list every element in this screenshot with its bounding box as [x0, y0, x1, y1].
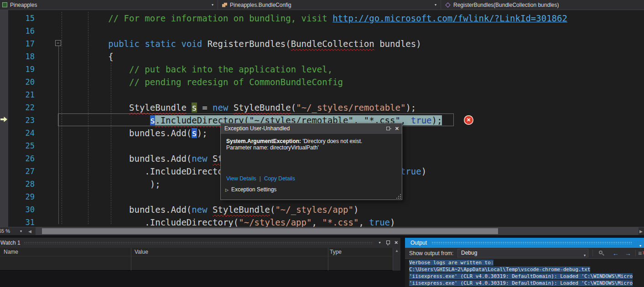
- csharp-project-icon: [2, 2, 7, 7]
- close-icon[interactable]: ✕: [395, 238, 398, 248]
- watch-grid[interactable]: Name Value Type ▲: [0, 248, 400, 271]
- watch-titlebar[interactable]: Watch 1 ▾ ✕: [0, 238, 400, 248]
- exception-message-line1: 'Directory does not exist.: [301, 138, 362, 144]
- line-number[interactable]: 28: [8, 178, 35, 190]
- output-titlebar[interactable]: Output ▾: [405, 238, 644, 248]
- chevron-down-icon: ▾: [435, 3, 436, 7]
- line-number[interactable]: 22: [8, 101, 35, 114]
- output-line[interactable]: 'iisexpress.exe' (CLR v4.0.30319: Defaul…: [409, 280, 644, 287]
- chevron-down-icon: ▾: [212, 3, 213, 7]
- pin-icon[interactable]: [385, 240, 390, 246]
- line-number[interactable]: 25: [8, 139, 35, 152]
- output-source-select[interactable]: Debug ▾: [457, 249, 588, 257]
- watch-column-type[interactable]: Type: [330, 248, 342, 256]
- member-dropdown-label: RegisterBundles(BundleCollection bundles…: [453, 2, 559, 8]
- hscroll-track[interactable]: [36, 227, 639, 236]
- exception-popup-body: System.ArgumentException: 'Directory doe…: [221, 134, 402, 200]
- line-number[interactable]: 19: [8, 63, 35, 76]
- vs-window: Pineapples ▾ Pineapples.BundleConfig ▾ R…: [0, 0, 644, 287]
- exception-settings-toggle[interactable]: ▷Exception Settings: [225, 186, 276, 193]
- output-log[interactable]: Verbose logs are written to:C:\Users\GHI…: [405, 259, 644, 287]
- watch-panel: Watch 1 ▾ ✕ Name Value Type ▲: [0, 238, 400, 287]
- next-message-icon[interactable]: →: [623, 249, 633, 258]
- breakpoint-margin[interactable]: [0, 10, 8, 227]
- titlebar-texture: [24, 241, 373, 244]
- toolbar-separator: [635, 250, 636, 256]
- titlebar-texture: [431, 241, 632, 244]
- clear-all-icon[interactable]: ≡ ✕: [637, 249, 644, 258]
- line-number[interactable]: 29: [8, 190, 35, 203]
- type-dropdown-label: Pineapples.BundleConfig: [230, 2, 291, 8]
- line-number[interactable]: 21: [8, 88, 35, 101]
- pin-icon[interactable]: [386, 127, 391, 131]
- line-number[interactable]: 16: [8, 25, 35, 37]
- line-number-gutter: 1516171819202122232425262728293031: [8, 10, 46, 227]
- line-number[interactable]: 26: [8, 152, 35, 165]
- header-divider: [0, 256, 392, 256]
- line-number[interactable]: 27: [8, 165, 35, 178]
- line-number[interactable]: 31: [8, 216, 35, 227]
- exception-popup-title: Exception User-Unhandled: [224, 125, 290, 132]
- code-line[interactable]: public static void RegisterBundles(Bundl…: [46, 37, 421, 50]
- output-line[interactable]: C:\Users\GHISLA~2\AppData\Local\Temp\vsc…: [409, 266, 644, 273]
- code-navigation-bar: Pineapples ▾ Pineapples.BundleConfig ▾ R…: [0, 0, 644, 10]
- output-line[interactable]: 'iisexpress.exe' (CLR v4.0.30319: Defaul…: [409, 273, 644, 280]
- hscroll-thumb[interactable]: [42, 228, 498, 234]
- scroll-left-arrow[interactable]: ◀: [28, 229, 31, 234]
- code-line[interactable]: bundles.Add(s);: [46, 127, 208, 139]
- watch-column-name[interactable]: Name: [4, 248, 18, 256]
- exception-message: System.ArgumentException: 'Directory doe…: [226, 138, 396, 151]
- chevron-down-icon[interactable]: ▾: [20, 229, 22, 233]
- zoom-level-control[interactable]: 65 %: [0, 227, 10, 236]
- editor-hscroll-row: 65 % ▾ ◀ ▶: [0, 227, 644, 235]
- output-toolbar: Show output from: Debug ▾ ← → ≡ ✕: [405, 248, 644, 259]
- current-statement-arrow-icon: [0, 117, 7, 122]
- view-details-link[interactable]: View Details: [226, 175, 256, 182]
- code-line[interactable]: // pending redesign of CommonBundleConfi…: [46, 76, 343, 88]
- code-line[interactable]: // For more information on bundling, vis…: [46, 12, 567, 25]
- project-dropdown[interactable]: Pineapples ▾: [0, 0, 218, 10]
- watch-vscroll[interactable]: ▲: [393, 248, 400, 271]
- toolbar-separator: [592, 250, 593, 256]
- line-number[interactable]: 23: [8, 114, 35, 127]
- code-line[interactable]: );: [46, 178, 161, 190]
- chevron-down-icon: ▾: [584, 251, 586, 259]
- close-icon[interactable]: ✕: [395, 123, 399, 134]
- exception-settings-label: Exception Settings: [231, 186, 276, 193]
- line-number[interactable]: 18: [8, 50, 35, 63]
- line-number[interactable]: 30: [8, 203, 35, 216]
- copy-details-link[interactable]: Copy Details: [264, 175, 295, 182]
- output-panel: Output ▾ Show output from: Debug ▾ ← → ≡: [405, 238, 644, 287]
- code-line[interactable]: .IncludeDirectory("~/styles/app", "*.css…: [46, 216, 395, 227]
- watch-column-value[interactable]: Value: [135, 248, 148, 256]
- output-source-value: Debug: [461, 250, 477, 256]
- output-title: Output: [410, 240, 427, 246]
- output-line[interactable]: Verbose logs are written to:: [409, 259, 644, 266]
- code-line[interactable]: bundles.Add(new StyleBundle("~/_styles/a…: [46, 203, 358, 216]
- column-divider[interactable]: [328, 248, 328, 271]
- resize-grip[interactable]: [396, 194, 401, 199]
- code-line[interactable]: // put back into the application level,: [46, 63, 332, 76]
- find-message-icon[interactable]: [597, 249, 606, 258]
- window-position-icon[interactable]: ▾: [379, 238, 381, 248]
- exception-message-line2: Parameter name: directoryVirtualPath': [226, 144, 319, 151]
- watch-title: Watch 1: [0, 240, 21, 246]
- exception-popup: Exception User-Unhandled ✕ System.Argume…: [220, 123, 402, 200]
- type-dropdown[interactable]: Pineapples.BundleConfig ▾: [218, 0, 441, 10]
- line-number[interactable]: 24: [8, 127, 35, 139]
- code-hyperlink[interactable]: http://go.microsoft.com/fwlink/?LinkId=3…: [332, 13, 567, 23]
- scroll-up-arrow[interactable]: ▲: [395, 249, 399, 253]
- line-number[interactable]: 17: [8, 37, 35, 50]
- line-number[interactable]: 20: [8, 76, 35, 88]
- show-output-from-label: Show output from:: [409, 248, 453, 259]
- line-number[interactable]: 15: [8, 12, 35, 25]
- method-icon: [445, 2, 450, 7]
- class-icon: [222, 3, 227, 7]
- column-divider[interactable]: [131, 248, 131, 271]
- previous-message-icon[interactable]: ←: [611, 249, 620, 258]
- scroll-right-arrow[interactable]: ▶: [639, 229, 643, 234]
- member-dropdown[interactable]: RegisterBundles(BundleCollection bundles…: [441, 0, 644, 10]
- code-line[interactable]: StyleBundle s = new StyleBundle("~/_styl…: [46, 101, 416, 114]
- code-line[interactable]: {: [46, 50, 114, 63]
- exception-error-icon[interactable]: ✕: [464, 115, 473, 125]
